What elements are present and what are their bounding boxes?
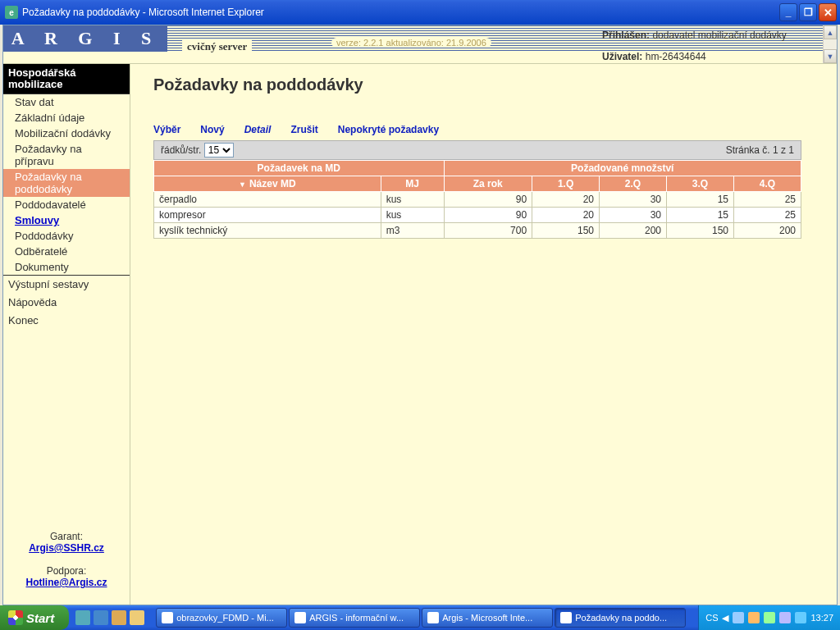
sidebar-section-header: Hospodářská mobilizace — [3, 64, 130, 94]
clock[interactable]: 13:27 — [810, 613, 833, 623]
garant-label: Garant: — [3, 531, 130, 542]
ie-icon — [294, 612, 306, 623]
col-mj[interactable]: MJ — [381, 176, 444, 192]
taskbar-item-active[interactable]: Požadavky na poddo... — [555, 608, 686, 628]
taskbar-item[interactable]: obrazovky_FDMD - Mi... — [156, 608, 287, 628]
start-button[interactable]: Start — [0, 605, 69, 630]
tray-icon[interactable] — [779, 612, 791, 623]
quick-icon[interactable] — [130, 610, 144, 625]
cell-q2: 30 — [600, 208, 667, 223]
tray-icon[interactable] — [795, 612, 806, 623]
sidebar-item-odberatele[interactable]: Odběratelé — [3, 244, 130, 259]
support-email-link[interactable]: Hotline@Argis.cz — [25, 577, 107, 588]
action-detail[interactable]: Detail — [244, 124, 272, 135]
action-novy[interactable]: Nový — [200, 124, 224, 135]
taskbar-item-label: ARGIS - informační w... — [309, 613, 404, 623]
table-row[interactable]: kompresor kus 90 20 30 15 25 — [154, 208, 801, 223]
page-info: Stránka č. 1 z 1 — [726, 144, 794, 156]
sidebar-item-poddodavatele[interactable]: Poddodavatelé — [3, 197, 130, 212]
cell-mj: kus — [381, 208, 444, 223]
app-header: A R G I S cvičný server verze: 2.2.1 akt… — [3, 25, 837, 64]
table-row[interactable]: čerpadlo kus 90 20 30 15 25 — [154, 192, 801, 208]
sort-indicator-icon: ▼ — [239, 180, 246, 189]
sidebar-item-pozadavky-pripravu[interactable]: Požadavky na přípravu — [3, 141, 130, 169]
user-label: Uživatel: — [602, 51, 642, 62]
close-button[interactable]: ✕ — [819, 3, 837, 21]
ie-icon — [560, 612, 572, 623]
cell-rok: 90 — [444, 208, 532, 223]
cell-q2: 30 — [600, 192, 667, 208]
sidebar-item-konec[interactable]: Konec — [3, 312, 130, 330]
cell-rok: 90 — [444, 192, 532, 208]
taskbar-item-label: Požadavky na poddo... — [575, 613, 667, 623]
cell-q4: 25 — [733, 208, 801, 223]
sidebar-footer: Garant: Argis@SSHR.cz Podpora: Hotline@A… — [3, 531, 130, 588]
sidebar-item-mobilizacni-dodavky[interactable]: Mobilizační dodávky — [3, 126, 130, 141]
page-title: Požadavky na poddodávky — [153, 75, 814, 94]
user-value: hm-26434644 — [646, 51, 706, 62]
col-nazev[interactable]: ▼Název MD — [154, 176, 381, 192]
logo-main-text: A R G I S — [11, 28, 159, 49]
table-row[interactable]: kyslík technický m3 700 150 200 150 200 — [154, 223, 801, 239]
sidebar-item-vystupni-sestavy[interactable]: Výstupní sestavy — [3, 276, 130, 294]
tray-icon[interactable] — [764, 612, 775, 623]
version-text: verze: 2.2.1 aktualizováno: 21.9.2006 — [331, 38, 491, 48]
page-content: Požadavky na poddodávky Výběr Nový Detai… — [130, 64, 837, 605]
sidebar-item-poddodavky[interactable]: Poddodávky — [3, 228, 130, 244]
lang-indicator[interactable]: CS — [705, 613, 718, 623]
sidebar-item-stav-dat[interactable]: Stav dat — [3, 94, 130, 110]
sidebar-item-zakladni-udaje[interactable]: Základní údaje — [3, 110, 130, 126]
action-vyber[interactable]: Výběr — [153, 124, 180, 135]
logged-value: dodavatel mobilizační dodávky — [652, 30, 786, 41]
tray-icon[interactable] — [748, 612, 760, 623]
taskbar-item[interactable]: ARGIS - informační w... — [289, 608, 420, 628]
support-label: Podpora: — [3, 565, 130, 577]
sidebar: Hospodářská mobilizace Stav dat Základní… — [3, 64, 130, 605]
tray-icon[interactable] — [733, 612, 744, 623]
quick-icon[interactable] — [75, 610, 90, 625]
cell-mj: kus — [381, 192, 444, 208]
cell-q1: 20 — [532, 192, 600, 208]
col-group-pozadavek: Požadavek na MD — [154, 161, 445, 176]
quick-icon[interactable] — [94, 610, 108, 625]
action-nepokryte[interactable]: Nepokryté požadavky — [338, 124, 439, 135]
scroll-down-icon[interactable]: ▼ — [824, 49, 837, 63]
action-zrusit[interactable]: Zrušit — [290, 124, 317, 135]
cell-q4: 25 — [733, 192, 801, 208]
cell-mj: m3 — [381, 223, 444, 239]
cell-q1: 150 — [532, 223, 600, 239]
user-info: Přihlášen: dodavatel mobilizační dodávky… — [602, 28, 787, 64]
quick-icon[interactable] — [112, 610, 126, 625]
col-q2[interactable]: 2.Q — [600, 176, 667, 192]
cell-q3: 150 — [667, 223, 734, 239]
garant-email-link[interactable]: Argis@SSHR.cz — [29, 542, 104, 554]
grid-toolbar: řádků/str. 15 Stránka č. 1 z 1 — [153, 140, 801, 160]
sidebar-item-pozadavky-poddodavky[interactable]: Požadavky na poddodávky — [3, 169, 130, 197]
sidebar-item-napoveda[interactable]: Nápověda — [3, 294, 130, 312]
maximize-button[interactable]: ❐ — [799, 3, 817, 21]
taskbar: Start obrazovky_FDMD - Mi... ARGIS - inf… — [0, 605, 840, 630]
sidebar-item-smlouvy[interactable]: Smlouvy — [3, 212, 130, 228]
window-title: Požadavky na poddodávky - Microsoft Inte… — [22, 7, 264, 18]
vertical-scrollbar[interactable]: ▲ ▼ — [823, 25, 837, 63]
col-q3[interactable]: 3.Q — [667, 176, 734, 192]
rows-per-select[interactable]: 15 — [204, 143, 234, 158]
cell-q4: 200 — [733, 223, 801, 239]
window-titlebar: e Požadavky na poddodávky - Microsoft In… — [0, 0, 840, 25]
col-group-mnozstvi: Požadované množství — [444, 161, 801, 176]
action-links: Výběr Nový Detail Zrušit Nepokryté požad… — [153, 124, 814, 135]
cell-rok: 700 — [444, 223, 532, 239]
server-label: cvičný server — [182, 40, 252, 53]
col-q1[interactable]: 1.Q — [532, 176, 600, 192]
cell-q3: 15 — [667, 192, 734, 208]
minimize-button[interactable]: _ — [779, 3, 797, 21]
data-grid: Požadavek na MD Požadované množství ▼Náz… — [153, 160, 801, 239]
taskbar-item[interactable]: Argis - Microsoft Inte... — [422, 608, 553, 628]
word-icon — [162, 612, 173, 623]
taskbar-item-label: Argis - Microsoft Inte... — [442, 613, 532, 623]
scroll-up-icon[interactable]: ▲ — [824, 25, 837, 39]
tray-chevron-icon[interactable]: ◀ — [722, 613, 728, 623]
col-zarok[interactable]: Za rok — [444, 176, 532, 192]
sidebar-item-dokumenty[interactable]: Dokumenty — [3, 259, 130, 275]
col-q4[interactable]: 4.Q — [733, 176, 801, 192]
